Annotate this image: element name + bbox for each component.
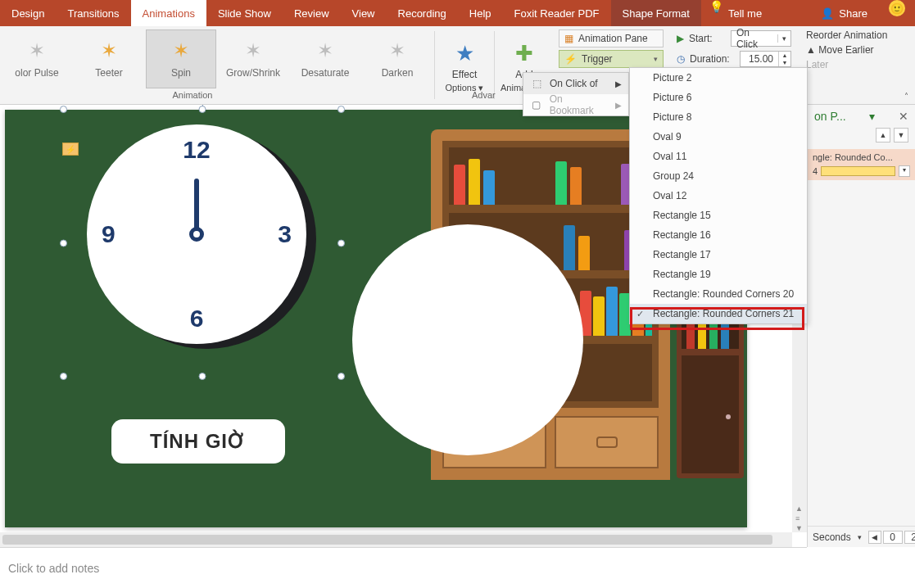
timeline-pos-a: 0 [883,531,903,544]
resize-handle[interactable] [199,106,206,113]
ribbon-tab-strip: Design Transitions Animations Slide Show… [0,0,915,26]
tab-transitions[interactable]: Transitions [56,0,130,26]
object-item[interactable]: Oval 11 [630,147,807,166]
object-item[interactable]: Oval 9 [630,127,807,147]
start-label: Start: [689,33,726,44]
timeline-bar[interactable] [821,166,895,176]
entry-index: 4 [813,166,818,176]
resize-handle[interactable] [60,106,67,113]
notes-pane[interactable]: Click to add notes [0,547,807,588]
chevron-right-icon: ▶ [615,79,622,88]
selection-bounding-box[interactable]: ⚡ [64,110,341,376]
label: On Click of [550,78,598,89]
resize-handle[interactable] [337,239,345,247]
star-icon: ★ [455,41,474,66]
label: Effect [452,69,477,80]
label: Animation Pane [578,33,648,44]
chevron-down-icon[interactable]: ▾ [899,165,910,177]
close-icon[interactable]: ✕ [899,110,908,123]
next-slide-icon[interactable]: ▼ [795,524,804,532]
timeline-prev-button[interactable]: ◀ [868,531,881,544]
timeline-pos-b: 2 [904,531,915,544]
object-item[interactable]: Picture 2 [630,68,807,88]
object-item[interactable]: Rectangle: Rounded Corners 20 [630,284,807,304]
chevron-down-icon[interactable]: ▾ [858,533,862,541]
cursor-icon: ⬚ [530,78,543,89]
advanced-group-label: Advar [472,90,496,100]
resize-handle[interactable] [60,239,67,247]
tab-view[interactable]: View [341,0,387,26]
tab-help[interactable]: Help [458,0,503,26]
clock-icon: ◷ [677,53,685,65]
chevron-down-icon: ▾ [654,55,658,63]
gallery-label: Darken [382,67,414,79]
duration-spinner[interactable]: 15.00 ▲▼ [740,51,791,67]
trigger-on-click-of[interactable]: ⬚ On Click of ▶ [523,73,628,94]
share-button[interactable]: 👤 Share [809,0,879,26]
move-up-button[interactable]: ▲ [876,128,890,142]
entry-title: ngle: Rounded Co... [813,152,910,162]
object-item-selected[interactable]: Rectangle: Rounded Corners 21 [630,304,807,323]
gallery-group-label: Animation [0,90,385,100]
start-value: On Click [732,27,777,50]
tab-shape-format[interactable]: Shape Format [611,0,701,26]
tab-design[interactable]: Design [0,0,56,26]
star-icon: ✶ [101,39,117,62]
chevron-down-icon[interactable]: ▼ [779,59,790,66]
animation-pane: on P... ▾ ✕ ▲ ▼ ngle: Rounded Co... 4 ▾ … [807,105,915,547]
side-cabinet-graphic [677,300,744,478]
feedback-smiley-icon[interactable]: 🙂 [889,0,905,16]
anim-spin[interactable]: ✶Spin [146,29,216,88]
move-earlier-button[interactable]: ▲ Move Earlier [806,44,887,56]
anim-grow-shrink[interactable]: ✶Grow/Shrink [218,29,288,88]
object-item[interactable]: Rectangle 19 [630,265,807,284]
tab-slideshow[interactable]: Slide Show [206,0,283,26]
star-icon: ✶ [173,39,189,62]
gallery-label: Desaturate [301,67,350,79]
object-item[interactable]: Rectangle 16 [630,225,807,245]
gallery-label: Spin [171,67,191,79]
trigger-submenu: ⬚ On Click of ▶ ▢ On Bookmark ▶ [523,72,629,116]
resize-handle[interactable] [337,106,345,113]
anim-color-pulse[interactable]: ✶olor Pulse [2,29,72,88]
label: On Bookmark [550,93,609,116]
anim-desaturate[interactable]: ✶Desaturate [290,29,360,88]
object-item[interactable]: Picture 8 [630,107,807,127]
object-item[interactable]: Rectangle 15 [630,206,807,225]
tab-review[interactable]: Review [283,0,341,26]
object-item[interactable]: Rectangle 17 [630,245,807,265]
animation-pane-button[interactable]: ▦ Animation Pane [559,29,664,47]
resize-handle[interactable] [337,373,345,380]
label: Move Earlier [818,44,873,56]
star-icon: ✶ [29,39,45,62]
animation-entry[interactable]: ngle: Rounded Co... 4 ▾ [808,149,915,180]
animation-order-tag[interactable]: ⚡ [62,142,79,156]
chevron-down-icon[interactable]: ▾ [869,110,875,123]
chevron-up-icon[interactable]: ▲ [779,52,790,59]
horizontal-scrollbar[interactable] [0,532,792,547]
resize-handle[interactable] [60,373,67,380]
tell-me-search[interactable]: Tell me [728,0,773,26]
anim-darken[interactable]: ✶Darken [362,29,433,88]
gallery-label: olor Pulse [15,67,58,79]
object-item[interactable]: Picture 6 [630,88,807,107]
anim-teeter[interactable]: ✶Teeter [74,29,144,88]
star-icon: ✶ [317,39,333,62]
large-oval-shape[interactable] [352,224,583,455]
collapse-ribbon-button[interactable]: ˄ [904,92,908,101]
prev-slide-icon[interactable]: ▲ [795,504,804,513]
start-combo[interactable]: On Click ▾ [731,30,791,47]
tinh-gio-button[interactable]: TÍNH GIỜ [111,419,285,464]
tab-animations[interactable]: Animations [131,0,206,26]
move-down-button[interactable]: ▼ [894,128,908,142]
object-item[interactable]: Group 24 [630,166,807,186]
star-plus-icon: ✚ [515,41,533,66]
object-item[interactable]: Oval 12 [630,186,807,206]
scroll-up-icon[interactable]: ≡ [795,514,804,522]
tab-foxit[interactable]: Foxit Reader PDF [503,0,611,26]
tab-recording[interactable]: Recording [387,0,458,26]
chevron-right-icon: ▶ [615,101,622,110]
resize-handle[interactable] [199,373,206,380]
trigger-button[interactable]: ⚡ Trigger ▾ [559,50,664,68]
reorder-group: Reorder Animation ▲ Move Earlier Later [799,26,894,104]
